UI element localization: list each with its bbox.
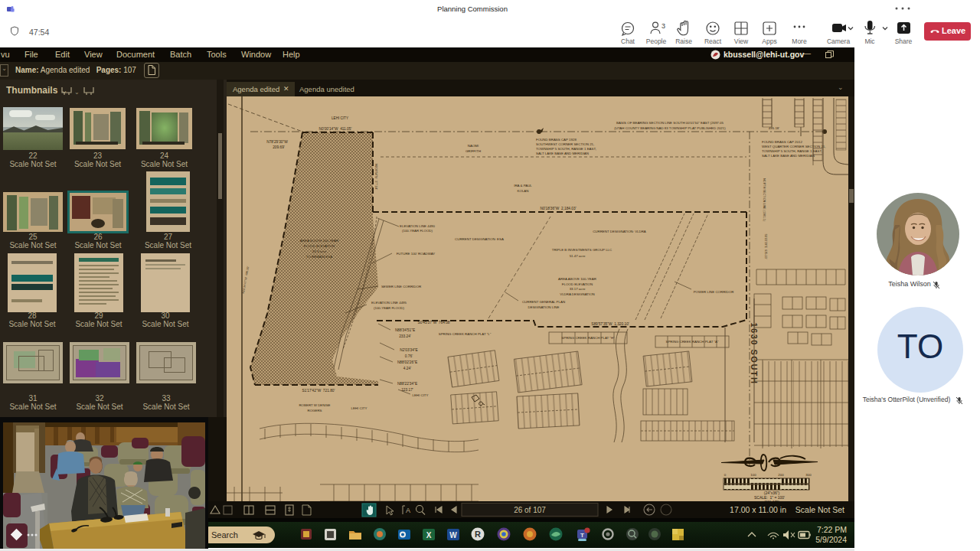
svg-text:CURRENT DESIGNATION: VLDRA: CURRENT DESIGNATION: VLDRA xyxy=(593,230,646,233)
svg-text:N2'03'34"E: N2'03'34"E xyxy=(400,348,418,352)
svg-text:ROBERT W DENISE: ROBERT W DENISE xyxy=(299,403,330,407)
svg-text:ELEVATION LINE 4490: ELEVATION LINE 4490 xyxy=(400,224,436,228)
svg-text:N88'22'34"E: N88'22'34"E xyxy=(397,382,417,386)
svg-text:N88'34'51"E: N88'34'51"E xyxy=(395,328,415,332)
svg-text:BASIS OF BEARING SECTION LINE: BASIS OF BEARING SECTION LINE SOUTH 00'0… xyxy=(616,121,724,125)
svg-text:Apps: Apps xyxy=(762,37,776,45)
svg-text:ROGERS: ROGERS xyxy=(307,409,322,412)
svg-text:FLOOD ELEVATION: FLOOD ELEVATION xyxy=(304,244,335,248)
svg-text:Share: Share xyxy=(895,37,913,45)
svg-text:3: 3 xyxy=(662,22,665,30)
svg-text:17.00 x 11.00 in: 17.00 x 11.00 in xyxy=(730,505,786,514)
svg-text:DESIGNATION LINE: DESIGNATION LINE xyxy=(528,305,560,309)
svg-text:W: W xyxy=(449,531,457,540)
svg-text:TRIPLE B INVESTMENTS GROUP LLC: TRIPLE B INVESTMENTS GROUP LLC xyxy=(552,248,612,252)
svg-text:N78'29'30"W: N78'29'30"W xyxy=(266,140,288,144)
svg-text:SEWER LINE CORRIDOR: SEWER LINE CORRIDOR xyxy=(381,285,421,289)
svg-text:GRIFFITH: GRIFFITH xyxy=(466,149,481,153)
svg-text:0.76': 0.76' xyxy=(405,354,413,358)
svg-text:SALT LAKE BASE AND MERIDIAN: SALT LAKE BASE AND MERIDIAN xyxy=(536,152,589,155)
svg-text:CURRENT GENERAL PLAN: CURRENT GENERAL PLAN xyxy=(522,300,565,304)
svg-text:VLDRA DESIGNATION: VLDRA DESIGNATION xyxy=(560,292,595,296)
svg-text:4.24': 4.24' xyxy=(403,367,411,370)
svg-text:TO REMAIN ESA: TO REMAIN ESA xyxy=(306,255,332,259)
svg-text:(UTAH COUNTY BEARING NAD 83 TO: (UTAH COUNTY BEARING NAD 83 TOWNSHIP PLA… xyxy=(614,126,726,130)
svg-text:Search: Search xyxy=(211,530,238,540)
svg-text:SPRING CREEK RANCH PLAT "L": SPRING CREEK RANCH PLAT "L" xyxy=(439,332,492,336)
svg-text:AREA SOUTH 100-YEAR: AREA SOUTH 100-YEAR xyxy=(300,239,338,243)
svg-text:100: 100 xyxy=(750,473,756,477)
svg-text:LEHI CITY: LEHI CITY xyxy=(351,406,368,410)
svg-text:Camera: Camera xyxy=(827,37,851,45)
svg-text:R: R xyxy=(475,530,481,539)
svg-text:7:22 PM: 7:22 PM xyxy=(817,525,847,534)
svg-text:33.3 acre: 33.3 acre xyxy=(312,249,327,253)
svg-text:AREA ABOVE 100-YEAR: AREA ABOVE 100-YEAR xyxy=(558,277,596,281)
svg-text:View: View xyxy=(734,37,749,45)
svg-text:SOUTHWEST CORNER SECTION 21,: SOUTHWEST CORNER SECTION 21, xyxy=(536,142,594,146)
svg-text:(100-YEAR FLOOD): (100-YEAR FLOOD) xyxy=(402,229,433,233)
svg-text:200: 200 xyxy=(778,473,784,477)
svg-text:FLOOD ELEVATION: FLOOD ELEVATION xyxy=(562,282,593,286)
svg-text:FUTURE 100' ROADWAY: FUTURE 100' ROADWAY xyxy=(397,252,436,256)
svg-text:POWER LINE CORRIDOR: POWER LINE CORRIDOR xyxy=(694,290,734,294)
svg-text:300: 300 xyxy=(805,473,812,477)
svg-text:209.69': 209.69' xyxy=(273,145,285,149)
svg-text:People: People xyxy=(646,37,667,45)
svg-text:233.24': 233.24' xyxy=(399,334,411,338)
svg-text:ELEVATION LINE 4495: ELEVATION LINE 4495 xyxy=(371,301,407,305)
svg-text:Scale Not Set: Scale Not Set xyxy=(795,505,844,514)
svg-text:More: More xyxy=(792,37,807,45)
svg-text:S0'45'37"W 764.08': S0'45'37"W 764.08' xyxy=(418,321,451,324)
svg-text:React: React xyxy=(704,37,722,45)
svg-text:51.47 acre: 51.47 acre xyxy=(570,254,586,258)
svg-text:N88'02'26"E: N88'02'26"E xyxy=(397,360,417,364)
svg-text:NAOMI: NAOMI xyxy=(468,144,479,148)
svg-text:LEHI CITY: LEHI CITY xyxy=(413,393,429,397)
svg-text:N0'18'36"W 2,184.03': N0'18'36"W 2,184.03' xyxy=(540,207,576,210)
svg-text:N0'00'14"W 411.05': N0'00'14"W 411.05' xyxy=(319,127,352,131)
svg-text:5/9/2024: 5/9/2024 xyxy=(815,535,847,544)
svg-text:123.17': 123.17' xyxy=(401,388,413,392)
svg-text:FOUND BRASS CAP 2012: FOUND BRASS CAP 2012 xyxy=(762,140,802,144)
svg-text:26 of 107: 26 of 107 xyxy=(514,506,546,514)
svg-text:KOLAN: KOLAN xyxy=(518,189,529,193)
svg-text:Chat: Chat xyxy=(621,37,635,45)
svg-text:NORTH SECTION LINE (1981.1): NORTH SECTION LINE (1981.1) xyxy=(763,178,766,222)
svg-text:(100-YEAR FLOOD): (100-YEAR FLOOD) xyxy=(374,306,405,310)
svg-text:S89'57'35"W 1,320.10': S89'57'35"W 1,320.10' xyxy=(591,322,629,326)
svg-text:N0'08'54"W 377.04': N0'08'54"W 377.04' xyxy=(374,164,377,190)
svg-text:Mic: Mic xyxy=(864,37,875,45)
svg-text:CURRENT DESIGNATION: ESA: CURRENT DESIGNATION: ESA xyxy=(455,237,504,241)
svg-text:33.17 acre: 33.17 acre xyxy=(570,287,586,291)
svg-text:IRA & PAUL: IRA & PAUL xyxy=(514,184,532,187)
svg-text:TOWNSHIP 5 SOUTH, RANGE 1 EAST: TOWNSHIP 5 SOUTH, RANGE 1 EAST, xyxy=(536,147,596,151)
svg-text:X: X xyxy=(426,531,432,540)
svg-text:SALT LAKE BASE AND MERIDIAN: SALT LAKE BASE AND MERIDIAN xyxy=(762,154,815,158)
svg-text:S0'03'39"E 635.03': S0'03'39"E 635.03' xyxy=(764,234,767,259)
svg-text:A: A xyxy=(406,507,410,514)
svg-text:T: T xyxy=(580,532,584,539)
svg-text:Raise: Raise xyxy=(675,37,692,45)
svg-text:LEHI CITY: LEHI CITY xyxy=(332,116,348,120)
svg-text:S1'17'42"W 721.80': S1'17'42"W 721.80' xyxy=(302,389,335,393)
svg-text:FOUND BRASS CAP 1928: FOUND BRASS CAP 1928 xyxy=(536,138,577,142)
